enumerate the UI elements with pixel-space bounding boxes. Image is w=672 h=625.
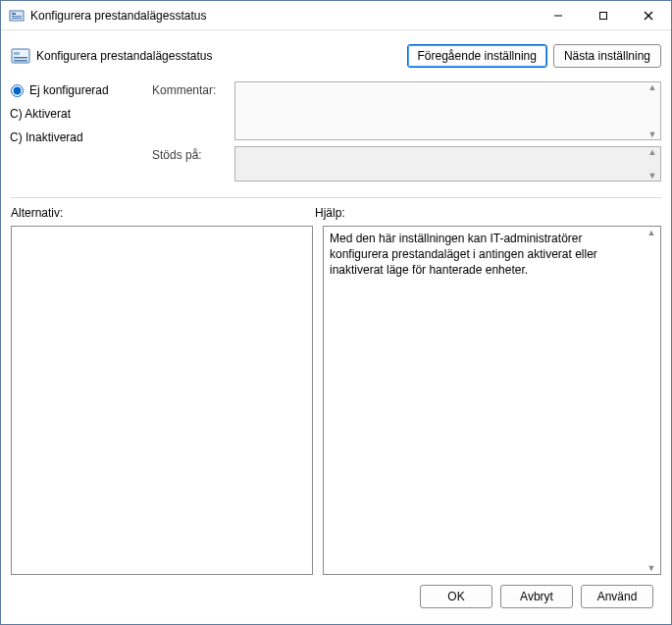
policy-header-icon: [11, 46, 30, 66]
divider: [11, 197, 661, 198]
help-label: Hjälp:: [315, 206, 345, 220]
svg-rect-1: [12, 13, 16, 15]
radio-not-configured[interactable]: Ej konfigurerad: [11, 83, 148, 97]
svg-rect-9: [14, 52, 20, 55]
radio-not-configured-input[interactable]: [11, 84, 24, 97]
content-area: Konfigurera prestandalägesstatus Föregåe…: [1, 30, 671, 624]
comment-textarea[interactable]: [234, 81, 661, 140]
options-label: Alternativ:: [11, 206, 305, 220]
panes: Med den här inställningen kan IT-adminis…: [11, 226, 661, 575]
titlebar: Konfigurera prestandalägesstatus: [1, 1, 671, 30]
supported-label: Stöds på:: [152, 146, 231, 162]
next-setting-button[interactable]: Nästa inställning: [553, 44, 661, 68]
supported-box: ▲▼: [234, 146, 661, 182]
radio-not-configured-label: Ej konfigurerad: [29, 83, 109, 97]
dialog-window: Konfigurera prestandalägesstatus Konfigu…: [0, 0, 672, 625]
window-title: Konfigurera prestandalägesstatus: [30, 9, 206, 23]
options-pane: [11, 226, 313, 575]
policy-icon: [9, 8, 25, 24]
section-labels: Alternativ: Hjälp:: [11, 206, 661, 220]
comment-label: Kommentar:: [152, 81, 231, 97]
help-pane: Med den här inställningen kan IT-adminis…: [323, 226, 661, 575]
radio-disabled[interactable]: C) Inaktiverad: [11, 130, 148, 144]
apply-button[interactable]: Använd: [581, 585, 653, 608]
close-button[interactable]: [626, 1, 671, 30]
help-text: Med den här inställningen kan IT-adminis…: [330, 231, 643, 279]
footer: OK Avbryt Använd: [11, 575, 661, 618]
config-grid: Ej konfigurerad C) Aktiverat C) Inaktive…: [11, 81, 661, 187]
ok-button[interactable]: OK: [420, 585, 492, 608]
radio-enabled-label: C) Aktiverat: [10, 107, 71, 121]
header-row: Konfigurera prestandalägesstatus Föregåe…: [11, 40, 661, 78]
header-title: Konfigurera prestandalägesstatus: [36, 49, 212, 63]
svg-rect-5: [600, 12, 607, 19]
previous-setting-button[interactable]: Föregående inställning: [407, 44, 547, 68]
cancel-button[interactable]: Avbryt: [500, 585, 573, 608]
svg-rect-10: [14, 57, 27, 59]
radio-enabled[interactable]: C) Aktiverat: [11, 107, 148, 121]
supported-textarea: [234, 146, 661, 182]
svg-rect-2: [12, 16, 22, 17]
minimize-button[interactable]: [536, 1, 581, 30]
maximize-button[interactable]: [581, 1, 626, 30]
svg-rect-11: [14, 60, 27, 62]
radio-disabled-label: C) Inaktiverad: [10, 130, 83, 144]
help-scroll-icons: ▲▼: [644, 228, 659, 573]
comment-box: ▲▼: [234, 81, 661, 140]
svg-rect-3: [12, 18, 22, 19]
